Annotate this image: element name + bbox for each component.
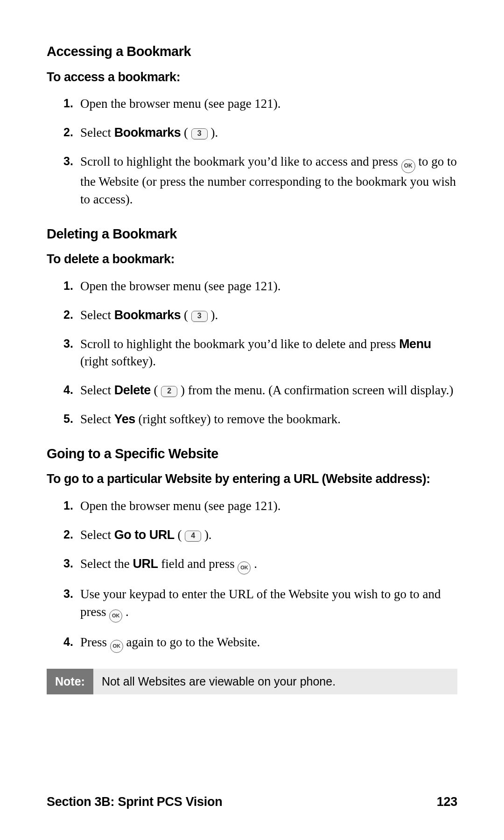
ok-button-icon: OK: [238, 561, 251, 574]
step: 1. Open the browser menu (see page 121).: [63, 497, 457, 515]
step-number: 2.: [63, 307, 73, 323]
step-number: 3.: [63, 586, 73, 602]
step: 5. Select Yes (right softkey) to remove …: [63, 411, 457, 428]
step: 1. Open the browser menu (see page 121).: [63, 278, 457, 295]
step-number: 1.: [63, 497, 73, 514]
ok-button-icon: OK: [110, 640, 123, 653]
ok-button-icon: OK: [401, 159, 415, 173]
step-text: Select Yes (right softkey) to remove the…: [80, 412, 341, 426]
step-number: 3.: [63, 336, 73, 352]
ok-button-icon: OK: [109, 609, 122, 623]
step-text: Select Go to URL ( 4 ).: [80, 528, 212, 542]
step: 2. Select Bookmarks ( 3 ).: [63, 307, 457, 324]
step: 3. Select the URL field and press OK .: [63, 555, 457, 574]
intro-access: To access a bookmark:: [47, 69, 457, 86]
step-text: Scroll to highlight the bookmark you’d l…: [80, 154, 457, 206]
step-number: 5.: [63, 411, 73, 427]
heading-deleting-bookmark: Deleting a Bookmark: [47, 224, 457, 244]
page-number: 123: [437, 793, 457, 811]
step-number: 2.: [63, 526, 73, 543]
step: 4. Select Delete ( 2 ) from the menu. (A…: [63, 382, 457, 399]
step-text: Use your keypad to enter the URL of the …: [80, 587, 441, 619]
steps-goto: 1. Open the browser menu (see page 121).…: [47, 497, 457, 652]
step-number: 3.: [63, 555, 73, 572]
step: 4. Press OK again to go to the Website.: [63, 634, 457, 653]
step-text: Scroll to highlight the bookmark you’d l…: [80, 337, 431, 369]
step: 3. Scroll to highlight the bookmark you’…: [63, 336, 457, 371]
step-text: Press OK again to go to the Website.: [80, 635, 260, 649]
heading-accessing-bookmark: Accessing a Bookmark: [47, 42, 457, 61]
step-text: Open the browser menu (see page 121).: [80, 279, 281, 293]
step: 2. Select Go to URL ( 4 ).: [63, 526, 457, 544]
steps-delete: 1. Open the browser menu (see page 121).…: [47, 278, 457, 428]
step: 2. Select Bookmarks ( 3 ).: [63, 124, 457, 142]
note-label: Note:: [47, 669, 93, 694]
footer-section: Section 3B: Sprint PCS Vision: [47, 793, 222, 811]
note-box: Note: Not all Websites are viewable on y…: [47, 669, 457, 694]
step: 3. Scroll to highlight the bookmark you’…: [63, 153, 457, 209]
intro-delete: To delete a bookmark:: [47, 251, 457, 268]
step: 1. Open the browser menu (see page 121).: [63, 95, 457, 113]
keypad-2-icon: 2: [161, 386, 177, 397]
steps-access: 1. Open the browser menu (see page 121).…: [47, 95, 457, 208]
step-text: Select Bookmarks ( 3 ).: [80, 126, 218, 140]
step-text: Select Bookmarks ( 3 ).: [80, 308, 218, 322]
note-text: Not all Websites are viewable on your ph…: [93, 669, 457, 694]
step-text: Select Delete ( 2 ) from the menu. (A co…: [80, 383, 454, 397]
step-text: Open the browser menu (see page 121).: [80, 499, 281, 513]
page-footer: Section 3B: Sprint PCS Vision 123: [47, 793, 457, 811]
step-number: 2.: [63, 124, 73, 140]
step-number: 4.: [63, 634, 73, 650]
intro-goto: To go to a particular Website by enterin…: [47, 470, 457, 488]
keypad-4-icon: 4: [185, 531, 201, 542]
step: 3. Use your keypad to enter the URL of t…: [63, 586, 457, 623]
step-number: 1.: [63, 95, 73, 112]
keypad-3-icon: 3: [191, 311, 208, 322]
step-number: 1.: [63, 278, 73, 294]
keypad-3-icon: 3: [191, 128, 208, 140]
heading-going-website: Going to a Specific Website: [47, 444, 457, 463]
step-number: 3.: [63, 153, 73, 169]
step-text: Open the browser menu (see page 121).: [80, 97, 281, 111]
step-number: 4.: [63, 382, 73, 398]
step-text: Select the URL field and press OK .: [80, 557, 257, 571]
